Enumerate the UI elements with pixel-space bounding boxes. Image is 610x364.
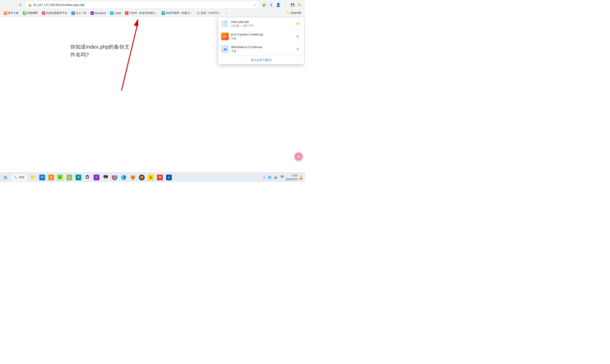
bookmark-star-icon[interactable]: ☆ bbox=[254, 3, 257, 7]
download-name-1: index.php.bak bbox=[231, 20, 292, 24]
download-panel: index.php.bak 已完成 — 500 字节 📁 ZI bbox=[218, 18, 304, 64]
more-icon: ⋮ bbox=[284, 3, 287, 7]
download-item-3: Wireshark-4.2.5-x64.exe 失败 ↻ bbox=[218, 43, 304, 55]
taskbar-notification-button[interactable]: 🔔 bbox=[298, 175, 303, 180]
refresh-icon: ↻ bbox=[19, 3, 22, 7]
bookmark-chat8[interactable]: C chat8 bbox=[108, 11, 123, 16]
address-bar[interactable]: 🔒 ☆ bbox=[25, 1, 260, 9]
download-action-3[interactable]: ↻ bbox=[295, 46, 301, 52]
url-input[interactable] bbox=[33, 3, 252, 7]
taskbar-app-email[interactable]: 🐱 bbox=[138, 173, 146, 182]
taskbar-icon-email: 🐱 bbox=[139, 175, 145, 180]
forward-icon: → bbox=[11, 3, 14, 7]
page-content: 你知道index.php的备份文 件名吗? bbox=[0, 17, 305, 172]
bookmark-hustoj[interactable]: 🏠 首页 - HUSTOJ bbox=[195, 11, 221, 16]
taskbar-app-chrome[interactable] bbox=[110, 173, 119, 182]
taskbar-app-6[interactable]: ✎ bbox=[74, 173, 83, 182]
bookmark-label-hustoj: 首页 - HUSTOJ bbox=[201, 11, 219, 15]
svg-point-12 bbox=[114, 177, 115, 178]
toolbar-right: 🧩 ⬇ 👤 ⋮ 💾 📂 bbox=[261, 1, 303, 8]
bookmark-favicon-xinxixue: 信 bbox=[162, 12, 165, 15]
extensions-button[interactable]: 🧩 bbox=[261, 1, 267, 8]
download-status-2: 失败 bbox=[231, 37, 292, 40]
taskbar-app-ie[interactable]: e bbox=[165, 173, 173, 182]
taskbar-app-pycharm[interactable]: Py bbox=[56, 173, 65, 182]
taskbar-icon-pycharm: Py bbox=[57, 175, 63, 180]
tray-wifi-icon[interactable] bbox=[280, 175, 285, 180]
taskbar-app-9[interactable]: 🗺 bbox=[101, 173, 110, 182]
bookmark-alchat[interactable]: A AlchatOS bbox=[89, 11, 108, 16]
bookmark-label-alchat: AlchatOS bbox=[95, 12, 106, 14]
taskbar-search[interactable]: 🔍 搜索 bbox=[12, 174, 27, 181]
forward-button[interactable]: → bbox=[10, 1, 16, 8]
taskbar-search-icon: 🔍 bbox=[14, 176, 17, 179]
notification-icon: 🔔 bbox=[299, 176, 303, 179]
save-button[interactable]: 💾 bbox=[289, 1, 296, 8]
taskbar-app-youdao[interactable]: 有 bbox=[156, 173, 164, 182]
back-icon: ← bbox=[4, 3, 7, 7]
bookmark-xinxixue[interactable]: 信 信息学奥赛一本通 (C... bbox=[160, 11, 195, 16]
bookmark-favicon-hustoj: 🏠 bbox=[196, 12, 200, 15]
tray-volume-icon[interactable]: 🔊 bbox=[273, 175, 279, 180]
download-action-1[interactable]: 📁 bbox=[295, 21, 301, 27]
taskbar-icon-5: G bbox=[66, 175, 72, 180]
download-info-2: jol-4.0-jumbo-1-win64.zip 失败 bbox=[231, 33, 292, 40]
page-text-line2: 件名吗? bbox=[70, 51, 130, 59]
bookmark-label-xinshoushanglu: 新手上路 bbox=[8, 11, 19, 15]
other-bookmarks-button[interactable]: 📁 其他书签 bbox=[285, 11, 303, 16]
bookmark-favicon-toutiao: 头 bbox=[42, 12, 45, 15]
taskbar-icon-chrome bbox=[112, 175, 117, 180]
taskbar-app-8[interactable]: P bbox=[92, 173, 101, 182]
bookmark-wenxin[interactable]: 文 文心一言 bbox=[70, 11, 88, 16]
folder-bookmarks-icon: 📁 bbox=[286, 12, 290, 14]
show-all-downloads-link[interactable]: 显示全部下载(3) bbox=[251, 58, 272, 62]
bookmark-csdn[interactable]: C CSDN - 专业开发者社... bbox=[123, 11, 159, 16]
download-file-icon-2: ZIP bbox=[221, 33, 229, 40]
bookmark-favicon-xinshoushanglu: 新 bbox=[4, 12, 7, 15]
taskbar-icon-edge bbox=[121, 175, 127, 180]
page-text-line1: 你知道index.php的备份文 bbox=[70, 43, 130, 51]
taskbar-app-file-explorer[interactable]: 📁 bbox=[29, 173, 38, 182]
bookmark-label-chat8: chat8 bbox=[114, 12, 121, 14]
page-main-text: 你知道index.php的备份文 件名吗? bbox=[70, 43, 130, 59]
taskbar-app-edge[interactable] bbox=[119, 173, 128, 182]
translate-button[interactable]: A bbox=[295, 153, 303, 161]
taskbar-app-firefox[interactable]: 🦊 bbox=[129, 173, 137, 182]
bookmark-zhihuishu[interactable]: 智 智慧树网 bbox=[21, 11, 39, 16]
taskbar-icon-9: 🗺 bbox=[103, 175, 108, 180]
taskbar-time-value: 5:04 bbox=[286, 174, 297, 177]
bookmark-separator bbox=[222, 11, 222, 15]
bookmark-xinshoushanglu[interactable]: 新 新手上路 bbox=[2, 11, 21, 16]
download-action-2[interactable]: ↻ bbox=[295, 33, 301, 40]
refresh-button[interactable]: ↻ bbox=[17, 1, 24, 8]
more-bookmarks-button[interactable]: » bbox=[223, 11, 229, 16]
bookmark-toutiao[interactable]: 头 头歌实践教学平台 bbox=[40, 11, 69, 16]
taskbar-icon-youdao: 有 bbox=[157, 175, 163, 180]
start-button[interactable]: ⊞ bbox=[1, 173, 10, 182]
taskbar-icon-bookmark: B bbox=[48, 175, 54, 180]
taskbar-apps: 📁 VS B Py G ✎ bbox=[29, 173, 173, 182]
taskbar-app-bookmark[interactable]: B bbox=[47, 173, 55, 182]
taskbar-icon-vscode: VS bbox=[39, 175, 45, 180]
taskbar-icon-7: 🗒 bbox=[85, 175, 90, 180]
taskbar-app-notes[interactable]: N bbox=[146, 173, 155, 182]
bookmark-label-zhihuishu: 智慧树网 bbox=[27, 11, 38, 15]
address-search-icon: 🔒 bbox=[28, 3, 32, 7]
taskbar-clock[interactable]: 5:04 2024/6/10 bbox=[286, 174, 297, 181]
downloads-button[interactable]: ⬇ bbox=[268, 1, 274, 8]
taskbar-app-5[interactable]: G bbox=[65, 173, 74, 182]
tray-expand-icon[interactable]: ∧ bbox=[262, 175, 266, 180]
tray-network-icon[interactable]: 🌐 bbox=[267, 175, 272, 180]
taskbar-app-vscode[interactable]: VS bbox=[38, 173, 46, 182]
taskbar-app-7[interactable]: 🗒 bbox=[83, 173, 92, 182]
more-button[interactable]: ⋮ bbox=[282, 1, 289, 8]
download-file-icon-3 bbox=[221, 45, 229, 53]
taskbar-system-tray: ∧ 🌐 🔊 5:04 2024/6/10 🔔 bbox=[262, 174, 305, 181]
back-button[interactable]: ← bbox=[2, 1, 9, 8]
save-icon: 💾 bbox=[291, 3, 295, 7]
folder-open-button[interactable]: 📂 bbox=[297, 1, 303, 8]
svg-rect-3 bbox=[225, 21, 227, 23]
browser-toolbar: ← → ↻ 🔒 ☆ 🧩 ⬇ 👤 ⋮ 💾 bbox=[0, 0, 305, 10]
profile-button[interactable]: 👤 bbox=[275, 1, 282, 8]
taskbar-icon-notes: N bbox=[148, 175, 154, 180]
